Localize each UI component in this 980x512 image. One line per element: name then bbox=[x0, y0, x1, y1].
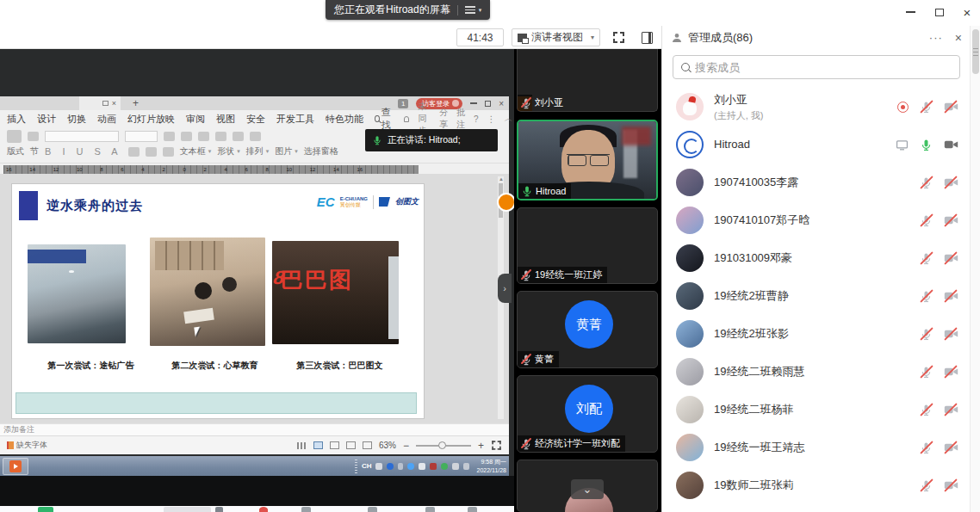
menu-tab-view[interactable]: 视图 bbox=[216, 113, 235, 126]
arrange-button[interactable]: 排列 bbox=[246, 145, 264, 157]
banner-menu-caret-icon[interactable]: ▾ bbox=[479, 7, 482, 14]
help-tray-icon[interactable] bbox=[387, 463, 394, 470]
zoom-level[interactable]: 63% bbox=[379, 441, 396, 450]
mic-muted-icon[interactable] bbox=[920, 214, 933, 227]
member-row[interactable]: 1907410035李露 bbox=[662, 163, 971, 201]
highlight-icon[interactable] bbox=[128, 147, 140, 157]
slide-sorter-icon[interactable] bbox=[330, 441, 339, 449]
tab-close-icon[interactable]: × bbox=[112, 99, 116, 108]
mic-muted-icon[interactable] bbox=[920, 176, 933, 189]
video-tile-partial[interactable]: ⌄ bbox=[517, 460, 658, 512]
camera-muted-icon[interactable] bbox=[944, 214, 958, 226]
antivirus-tray-icon[interactable] bbox=[441, 463, 448, 470]
banner-menu-icon[interactable] bbox=[465, 6, 475, 14]
panel-scrollbar-thumb[interactable] bbox=[972, 29, 979, 74]
reading-view-icon[interactable] bbox=[346, 441, 356, 449]
mic-muted-icon[interactable] bbox=[920, 290, 933, 303]
paste-icon[interactable] bbox=[7, 130, 22, 143]
member-row[interactable]: 191031009邓豪 bbox=[662, 239, 971, 277]
member-row[interactable]: 19经统2班张影 bbox=[662, 315, 971, 353]
video-tile-huangjing[interactable]: 黄菁 黄菁 bbox=[517, 291, 658, 368]
search-input[interactable] bbox=[695, 61, 952, 74]
zoom-in-button[interactable]: + bbox=[478, 440, 484, 452]
number-list-icon[interactable] bbox=[215, 132, 226, 141]
missing-font-warning[interactable]: 缺失字体 bbox=[7, 440, 47, 451]
wps-document-tab[interactable]: × bbox=[79, 96, 121, 110]
bullet-list-icon[interactable] bbox=[198, 132, 209, 141]
tray-icon-misc[interactable] bbox=[398, 463, 403, 470]
camera-muted-icon[interactable] bbox=[944, 290, 958, 302]
mic-on-icon[interactable] bbox=[920, 139, 933, 151]
panel-close-button[interactable]: × bbox=[955, 31, 962, 45]
preview-icon[interactable] bbox=[28, 132, 39, 141]
video-tile-jiangting[interactable]: 19经统一班江婷 bbox=[517, 207, 658, 284]
member-row-hitroad[interactable]: Hitroad bbox=[662, 126, 971, 163]
shrink-font-icon[interactable] bbox=[181, 132, 192, 141]
font-format-buttons[interactable]: B I U S A bbox=[45, 146, 122, 157]
slide[interactable]: 逆水乘舟的过去 EC E-CHUANG 翼创传媒 创图文 bbox=[12, 184, 424, 418]
camera-muted-icon[interactable] bbox=[944, 176, 958, 188]
strip-collapse-handle[interactable]: › bbox=[498, 274, 512, 303]
section-button[interactable]: 节 bbox=[30, 145, 39, 157]
camera-on-icon[interactable] bbox=[944, 139, 958, 151]
member-row[interactable]: 19经统二班杨菲 bbox=[662, 391, 971, 429]
mic-muted-icon[interactable] bbox=[920, 366, 933, 379]
member-row-liuxiaoya[interactable]: 刘小亚 (主持人, 我) bbox=[662, 88, 971, 126]
network-tray-icon[interactable] bbox=[407, 463, 414, 470]
camera-muted-icon[interactable] bbox=[944, 252, 958, 264]
selection-pane-button[interactable]: 选择窗格 bbox=[304, 145, 338, 157]
keyboard-tray-icon[interactable] bbox=[375, 463, 382, 470]
camera-muted-icon[interactable] bbox=[944, 441, 958, 453]
mic-muted-icon[interactable] bbox=[920, 404, 933, 416]
volume-tray-icon[interactable] bbox=[419, 463, 425, 470]
screen-sharing-icon[interactable] bbox=[896, 139, 909, 151]
picture-button[interactable]: 图片 bbox=[275, 145, 292, 157]
notes-area[interactable]: 添加备注 bbox=[0, 423, 509, 435]
menu-tab-animation[interactable]: 动画 bbox=[97, 113, 116, 126]
member-row[interactable]: 19经统一班王靖志 bbox=[662, 429, 971, 466]
zoom-out-button[interactable]: − bbox=[403, 440, 409, 452]
minimize-button[interactable] bbox=[901, 3, 920, 21]
close-button[interactable]: × bbox=[958, 3, 977, 21]
fullscreen-button[interactable] bbox=[609, 28, 629, 47]
grow-font-icon[interactable] bbox=[164, 132, 175, 141]
menu-tab-review[interactable]: 审阅 bbox=[186, 113, 205, 126]
menu-tab-insert[interactable]: 插入 bbox=[7, 113, 26, 126]
line-spacing-icon[interactable] bbox=[250, 132, 261, 141]
panel-more-button[interactable]: ··· bbox=[929, 31, 943, 44]
scroll-up-icon[interactable]: ▲ bbox=[499, 176, 504, 182]
mic-muted-icon[interactable] bbox=[920, 441, 933, 454]
camera-muted-icon[interactable] bbox=[944, 404, 958, 416]
camera-muted-icon[interactable] bbox=[944, 101, 958, 113]
menu-tab-security[interactable]: 安全 bbox=[246, 113, 265, 126]
panel-scrollbar[interactable] bbox=[970, 26, 980, 512]
video-tile-hitroad-active-speaker[interactable]: Hitroad bbox=[517, 120, 658, 200]
help-button[interactable]: ? bbox=[474, 114, 479, 124]
zoom-slider[interactable] bbox=[416, 445, 471, 447]
menu-tab-transition[interactable]: 切换 bbox=[67, 113, 86, 126]
video-tile-liuxiaoya[interactable]: 刘小亚 bbox=[517, 49, 658, 112]
slideshow-icon[interactable] bbox=[363, 441, 372, 449]
kebab-menu-icon[interactable]: ⋮ bbox=[487, 114, 496, 124]
notes-toggle-icon[interactable] bbox=[297, 442, 307, 449]
taskbar-wps-app-button[interactable] bbox=[3, 458, 28, 475]
member-row[interactable]: 19经统2班曹静 bbox=[662, 277, 971, 315]
normal-view-icon[interactable] bbox=[313, 441, 323, 449]
collapse-ribbon-icon[interactable]: ︿ bbox=[505, 113, 513, 125]
member-row[interactable]: 1907410107郑子晗 bbox=[662, 201, 971, 239]
view-mode-button[interactable]: 演讲者视图 ▾ bbox=[512, 28, 600, 46]
menu-tab-design[interactable]: 设计 bbox=[37, 113, 56, 126]
camera-muted-icon[interactable] bbox=[944, 479, 958, 491]
mic-muted-icon[interactable] bbox=[920, 328, 933, 341]
camera-muted-icon[interactable] bbox=[944, 328, 958, 340]
video-tile-liupei[interactable]: 刘配 经济统计学一班刘配 bbox=[517, 375, 658, 453]
mic-muted-icon[interactable] bbox=[920, 101, 933, 114]
indent-icon[interactable] bbox=[233, 132, 244, 141]
camera-muted-icon[interactable] bbox=[944, 366, 958, 378]
font-size-select[interactable] bbox=[125, 131, 158, 142]
mic-muted-icon[interactable] bbox=[920, 252, 933, 265]
maximize-button[interactable] bbox=[930, 3, 949, 21]
member-search-box[interactable] bbox=[673, 55, 960, 79]
menu-tab-features[interactable]: 特色功能 bbox=[326, 113, 363, 126]
align-left-icon[interactable] bbox=[146, 147, 157, 157]
